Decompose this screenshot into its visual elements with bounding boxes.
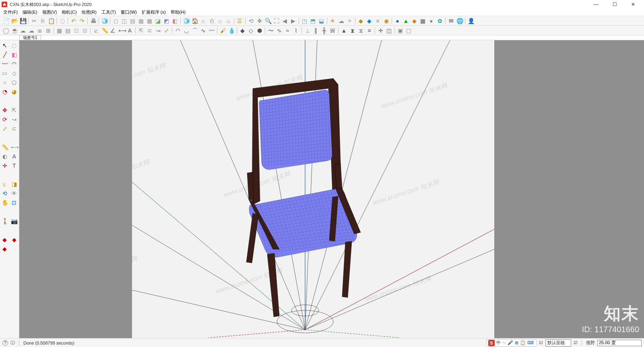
face-style-1[interactable]: ◻ xyxy=(112,17,120,25)
tray-toggle-right[interactable]: ☑ xyxy=(574,340,578,345)
ext-6[interactable]: ✿ xyxy=(436,17,444,25)
protractor[interactable]: ◐ xyxy=(0,152,9,161)
circle-tool[interactable]: ◯ xyxy=(2,27,10,35)
component-3[interactable]: ⌂ xyxy=(199,17,207,25)
reg-a[interactable]: ▣ xyxy=(396,27,405,35)
section-tool[interactable]: ⟀ xyxy=(0,180,9,189)
solid-3[interactable]: ⬢ xyxy=(256,27,264,35)
section[interactable]: ⟀ xyxy=(92,27,100,35)
ext-3[interactable]: ◆ xyxy=(411,17,419,25)
face-style-3[interactable]: ▤ xyxy=(129,17,137,25)
model-info[interactable]: 🧊 xyxy=(101,17,109,25)
next-view[interactable]: ▶ xyxy=(289,17,297,25)
move-tool[interactable]: ✥ xyxy=(0,106,9,115)
layer-a[interactable]: ≣ xyxy=(36,27,44,35)
tray-select[interactable]: 默认面板 xyxy=(545,339,571,347)
chair-model[interactable] xyxy=(246,78,361,317)
tape[interactable]: 📏 xyxy=(101,27,109,35)
grid-a[interactable]: ▦ xyxy=(56,27,64,35)
grid-c[interactable]: ⊡ xyxy=(72,27,80,35)
pan-tool[interactable]: ✋ xyxy=(0,198,9,207)
face-style-6[interactable]: ◪ xyxy=(154,17,162,25)
minimize-button[interactable]: — xyxy=(587,0,605,9)
guide-3[interactable]: ╫ xyxy=(320,27,328,35)
redo[interactable]: ↷ xyxy=(78,17,86,25)
menu-5[interactable]: 工具(T) xyxy=(99,9,118,16)
model-canvas[interactable]: www.znzmo.com 知末网 www.znzmo.com 知末网 www.… xyxy=(132,40,494,338)
plugin-b[interactable]: ◆ xyxy=(365,17,374,25)
print[interactable]: 🖶 xyxy=(89,17,97,25)
front-view[interactable]: ⬓ xyxy=(318,17,326,25)
axis-t[interactable]: ✛ xyxy=(377,27,385,35)
pushpull-2[interactable]: ⇱ xyxy=(137,27,145,35)
freehand-tool[interactable]: 〰 xyxy=(0,60,9,68)
pushpull-tool[interactable]: ⇱ xyxy=(10,106,19,115)
eraser-tool[interactable]: ◧ xyxy=(10,50,19,59)
curve-4[interactable]: ⌇ xyxy=(292,27,300,35)
position-cam[interactable]: 📷 xyxy=(10,217,19,226)
component-5[interactable]: ⌂ xyxy=(216,17,224,25)
menu-8[interactable]: 帮助(H) xyxy=(168,9,188,16)
plugin-d[interactable]: ◉ xyxy=(382,17,390,25)
top-view[interactable]: ⬒ xyxy=(309,17,317,25)
face-style-8[interactable]: ◧ xyxy=(171,17,179,25)
arc-tool[interactable]: ◠ xyxy=(10,60,19,68)
rot-rect-tool[interactable]: ◇ xyxy=(10,69,19,78)
zoom-cam[interactable]: 🔍 xyxy=(264,17,272,25)
vcb-input[interactable] xyxy=(597,340,642,346)
ime-icon-2[interactable]: ⊞ xyxy=(515,340,518,345)
look-tool[interactable]: 👁 xyxy=(10,189,19,198)
fog[interactable]: ☁ xyxy=(337,17,345,25)
pie-tool[interactable]: ◔ xyxy=(0,87,9,96)
column[interactable]: 𝍏 xyxy=(329,27,337,35)
freehand-2[interactable]: 〰 xyxy=(208,27,216,35)
followme[interactable]: ↝ xyxy=(154,27,162,35)
reg-b[interactable]: ▢ xyxy=(405,27,413,35)
rotate-tool[interactable]: ⟳ xyxy=(0,115,9,124)
ime-icon-0[interactable]: ⸪ xyxy=(503,340,506,345)
scale-tool[interactable]: ⤢ xyxy=(0,124,9,133)
ime-icon-4[interactable]: ⌨ xyxy=(527,340,534,345)
orbit-tool[interactable]: ⟲ xyxy=(0,189,9,198)
tray-toggle[interactable]: ☑ xyxy=(539,340,543,345)
curve-3[interactable]: ≈ xyxy=(284,27,292,35)
face-style-2[interactable]: ◫ xyxy=(120,17,128,25)
viewport[interactable]: www.znzmo.com 知末网 www.znzmo.com 知末网 www.… xyxy=(19,40,644,338)
menu-2[interactable]: 视图(V) xyxy=(40,9,60,16)
menu-0[interactable]: 文件(F) xyxy=(1,9,20,16)
paste[interactable]: 📋 xyxy=(47,17,55,25)
angle[interactable]: ∠ xyxy=(109,27,117,35)
curve-2[interactable]: ∿ xyxy=(275,27,283,35)
prev-view[interactable]: ◀ xyxy=(281,17,289,25)
pan-cam[interactable]: ✥ xyxy=(256,17,264,25)
teapot[interactable]: ☕ xyxy=(10,27,19,35)
circle-tool[interactable]: ○ xyxy=(0,78,9,87)
cplane[interactable]: ◫ xyxy=(385,27,393,35)
offset-tool[interactable]: ⊂ xyxy=(10,124,19,133)
bezier[interactable]: ∿ xyxy=(199,27,207,35)
maximize-button[interactable]: ☐ xyxy=(605,0,624,9)
text[interactable]: A xyxy=(126,27,134,35)
ext-5[interactable]: ● xyxy=(427,17,436,25)
save-file[interactable]: 💾 xyxy=(19,17,27,25)
offset-2[interactable]: ⊂ xyxy=(146,27,154,35)
erase[interactable]: ◌ xyxy=(58,17,66,25)
select-tool[interactable]: ↖ xyxy=(0,41,9,50)
undo[interactable]: ↶ xyxy=(70,17,78,25)
plugin-a[interactable]: ◆ xyxy=(357,17,365,25)
mirror[interactable]: ▲ xyxy=(340,27,348,35)
layers[interactable]: ☰ xyxy=(236,17,244,25)
plugin-red-3[interactable]: ◆ xyxy=(0,244,9,253)
solid-1[interactable]: ◆ xyxy=(239,27,247,35)
face-style-7[interactable]: ◩ xyxy=(163,17,171,25)
component-1[interactable]: 🧊 xyxy=(182,17,190,25)
ext-1[interactable]: ● xyxy=(394,17,402,25)
polygon-tool[interactable]: ⬠ xyxy=(10,78,19,87)
paintb[interactable]: 🖌 xyxy=(219,27,227,35)
menu-3[interactable]: 相机(C) xyxy=(59,9,79,16)
layer-b[interactable]: ⊞ xyxy=(44,27,52,35)
arc-c[interactable]: ⌒ xyxy=(191,27,199,35)
mail[interactable]: ✉ xyxy=(447,17,455,25)
open-file[interactable]: 📂 xyxy=(10,17,19,25)
ext-4[interactable]: ▦ xyxy=(419,17,427,25)
